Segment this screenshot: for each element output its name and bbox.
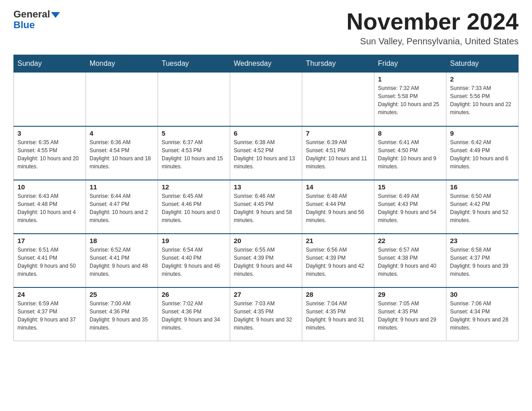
day-info: Sunrise: 6:50 AMSunset: 4:42 PMDaylight:… bbox=[450, 192, 515, 224]
calendar-cell: 20Sunrise: 6:55 AMSunset: 4:39 PMDayligh… bbox=[230, 234, 302, 287]
calendar-cell: 8Sunrise: 6:41 AMSunset: 4:50 PMDaylight… bbox=[374, 126, 446, 180]
calendar-cell: 30Sunrise: 7:06 AMSunset: 4:34 PMDayligh… bbox=[446, 287, 519, 341]
day-number: 16 bbox=[450, 183, 515, 191]
header: General Blue November 2024 Sun Valley, P… bbox=[13, 9, 519, 47]
day-info: Sunrise: 6:37 AMSunset: 4:53 PMDaylight:… bbox=[162, 138, 226, 171]
calendar-cell: 14Sunrise: 6:48 AMSunset: 4:44 PMDayligh… bbox=[302, 180, 374, 234]
calendar-cell: 7Sunrise: 6:39 AMSunset: 4:51 PMDaylight… bbox=[302, 126, 374, 180]
day-of-week-thursday: Thursday bbox=[302, 55, 374, 73]
calendar-cell: 27Sunrise: 7:03 AMSunset: 4:35 PMDayligh… bbox=[230, 287, 302, 341]
day-info: Sunrise: 6:55 AMSunset: 4:39 PMDaylight:… bbox=[234, 246, 298, 278]
day-info: Sunrise: 6:58 AMSunset: 4:37 PMDaylight:… bbox=[450, 246, 515, 278]
title-area: November 2024 Sun Valley, Pennsylvania, … bbox=[347, 9, 519, 47]
calendar-header-row: SundayMondayTuesdayWednesdayThursdayFrid… bbox=[14, 55, 519, 73]
calendar-cell: 21Sunrise: 6:56 AMSunset: 4:39 PMDayligh… bbox=[302, 234, 374, 287]
day-info: Sunrise: 6:38 AMSunset: 4:52 PMDaylight:… bbox=[234, 138, 298, 171]
day-number: 6 bbox=[234, 129, 298, 137]
calendar-cell: 10Sunrise: 6:43 AMSunset: 4:48 PMDayligh… bbox=[14, 180, 86, 234]
day-info: Sunrise: 7:00 AMSunset: 4:36 PMDaylight:… bbox=[90, 300, 154, 332]
day-number: 24 bbox=[17, 291, 82, 298]
day-number: 25 bbox=[90, 291, 154, 298]
logo-triangle-icon bbox=[51, 12, 60, 18]
calendar-cell: 23Sunrise: 6:58 AMSunset: 4:37 PMDayligh… bbox=[446, 234, 519, 287]
day-info: Sunrise: 6:51 AMSunset: 4:41 PMDaylight:… bbox=[17, 246, 82, 278]
day-of-week-tuesday: Tuesday bbox=[158, 55, 230, 73]
location-title: Sun Valley, Pennsylvania, United States bbox=[347, 36, 519, 47]
day-number: 14 bbox=[306, 183, 370, 191]
day-info: Sunrise: 6:56 AMSunset: 4:39 PMDaylight:… bbox=[306, 246, 370, 278]
calendar-cell: 9Sunrise: 6:42 AMSunset: 4:49 PMDaylight… bbox=[446, 126, 519, 180]
calendar-cell: 24Sunrise: 6:59 AMSunset: 4:37 PMDayligh… bbox=[14, 287, 86, 341]
day-number: 1 bbox=[378, 75, 442, 83]
day-info: Sunrise: 7:05 AMSunset: 4:35 PMDaylight:… bbox=[378, 300, 442, 332]
day-info: Sunrise: 6:44 AMSunset: 4:47 PMDaylight:… bbox=[90, 192, 154, 224]
day-of-week-friday: Friday bbox=[374, 55, 446, 73]
day-info: Sunrise: 6:45 AMSunset: 4:46 PMDaylight:… bbox=[162, 192, 226, 224]
day-of-week-sunday: Sunday bbox=[14, 55, 86, 73]
calendar-cell: 1Sunrise: 7:32 AMSunset: 5:58 PMDaylight… bbox=[374, 73, 446, 126]
day-number: 11 bbox=[90, 183, 154, 191]
day-number: 4 bbox=[90, 129, 154, 137]
day-number: 19 bbox=[162, 237, 226, 244]
calendar-cell: 4Sunrise: 6:36 AMSunset: 4:54 PMDaylight… bbox=[86, 126, 158, 180]
day-number: 27 bbox=[234, 291, 298, 298]
day-number: 26 bbox=[162, 291, 226, 298]
day-number: 23 bbox=[450, 237, 515, 244]
calendar-cell: 13Sunrise: 6:46 AMSunset: 4:45 PMDayligh… bbox=[230, 180, 302, 234]
day-info: Sunrise: 6:46 AMSunset: 4:45 PMDaylight:… bbox=[234, 192, 298, 224]
day-number: 17 bbox=[17, 237, 82, 244]
calendar-week-row: 1Sunrise: 7:32 AMSunset: 5:58 PMDaylight… bbox=[14, 73, 519, 126]
calendar-cell: 22Sunrise: 6:57 AMSunset: 4:38 PMDayligh… bbox=[374, 234, 446, 287]
day-of-week-monday: Monday bbox=[86, 55, 158, 73]
day-info: Sunrise: 7:06 AMSunset: 4:34 PMDaylight:… bbox=[450, 300, 515, 332]
day-info: Sunrise: 6:57 AMSunset: 4:38 PMDaylight:… bbox=[378, 246, 442, 278]
day-number: 5 bbox=[162, 129, 226, 137]
day-number: 18 bbox=[90, 237, 154, 244]
day-info: Sunrise: 6:42 AMSunset: 4:49 PMDaylight:… bbox=[450, 138, 515, 171]
day-info: Sunrise: 6:35 AMSunset: 4:55 PMDaylight:… bbox=[17, 138, 82, 171]
day-info: Sunrise: 6:52 AMSunset: 4:41 PMDaylight:… bbox=[90, 246, 154, 278]
day-number: 30 bbox=[450, 291, 515, 298]
day-number: 7 bbox=[306, 129, 370, 137]
day-number: 13 bbox=[234, 183, 298, 191]
day-info: Sunrise: 7:02 AMSunset: 4:36 PMDaylight:… bbox=[162, 300, 226, 332]
calendar-cell: 28Sunrise: 7:04 AMSunset: 4:35 PMDayligh… bbox=[302, 287, 374, 341]
day-info: Sunrise: 7:04 AMSunset: 4:35 PMDaylight:… bbox=[306, 300, 370, 332]
day-number: 29 bbox=[378, 291, 442, 298]
calendar-cell bbox=[158, 73, 230, 126]
calendar-cell: 26Sunrise: 7:02 AMSunset: 4:36 PMDayligh… bbox=[158, 287, 230, 341]
calendar-table: SundayMondayTuesdayWednesdayThursdayFrid… bbox=[13, 55, 519, 341]
day-info: Sunrise: 7:33 AMSunset: 5:56 PMDaylight:… bbox=[450, 84, 515, 116]
calendar-cell bbox=[86, 73, 158, 126]
day-number: 21 bbox=[306, 237, 370, 244]
calendar-cell: 19Sunrise: 6:54 AMSunset: 4:40 PMDayligh… bbox=[158, 234, 230, 287]
logo: General Blue bbox=[13, 9, 60, 30]
logo-text: General bbox=[13, 9, 60, 20]
calendar-cell: 29Sunrise: 7:05 AMSunset: 4:35 PMDayligh… bbox=[374, 287, 446, 341]
day-info: Sunrise: 6:39 AMSunset: 4:51 PMDaylight:… bbox=[306, 138, 370, 171]
calendar-week-row: 3Sunrise: 6:35 AMSunset: 4:55 PMDaylight… bbox=[14, 126, 519, 180]
day-info: Sunrise: 7:32 AMSunset: 5:58 PMDaylight:… bbox=[378, 84, 442, 116]
day-number: 28 bbox=[306, 291, 370, 298]
calendar-cell bbox=[14, 73, 86, 126]
calendar-cell: 16Sunrise: 6:50 AMSunset: 4:42 PMDayligh… bbox=[446, 180, 519, 234]
day-number: 20 bbox=[234, 237, 298, 244]
calendar-cell: 2Sunrise: 7:33 AMSunset: 5:56 PMDaylight… bbox=[446, 73, 519, 126]
month-title: November 2024 bbox=[347, 9, 519, 34]
day-number: 3 bbox=[17, 129, 82, 137]
calendar-cell: 11Sunrise: 6:44 AMSunset: 4:47 PMDayligh… bbox=[86, 180, 158, 234]
day-number: 2 bbox=[450, 75, 515, 83]
calendar-cell: 3Sunrise: 6:35 AMSunset: 4:55 PMDaylight… bbox=[14, 126, 86, 180]
day-info: Sunrise: 6:41 AMSunset: 4:50 PMDaylight:… bbox=[378, 138, 442, 171]
day-info: Sunrise: 7:03 AMSunset: 4:35 PMDaylight:… bbox=[234, 300, 298, 332]
day-number: 8 bbox=[378, 129, 442, 137]
calendar-cell: 5Sunrise: 6:37 AMSunset: 4:53 PMDaylight… bbox=[158, 126, 230, 180]
day-of-week-saturday: Saturday bbox=[446, 55, 519, 73]
calendar-cell bbox=[302, 73, 374, 126]
day-info: Sunrise: 6:36 AMSunset: 4:54 PMDaylight:… bbox=[90, 138, 154, 171]
day-info: Sunrise: 6:59 AMSunset: 4:37 PMDaylight:… bbox=[17, 300, 82, 332]
day-number: 10 bbox=[17, 183, 82, 191]
calendar-cell bbox=[230, 73, 302, 126]
calendar-week-row: 24Sunrise: 6:59 AMSunset: 4:37 PMDayligh… bbox=[14, 287, 519, 341]
calendar-cell: 15Sunrise: 6:49 AMSunset: 4:43 PMDayligh… bbox=[374, 180, 446, 234]
